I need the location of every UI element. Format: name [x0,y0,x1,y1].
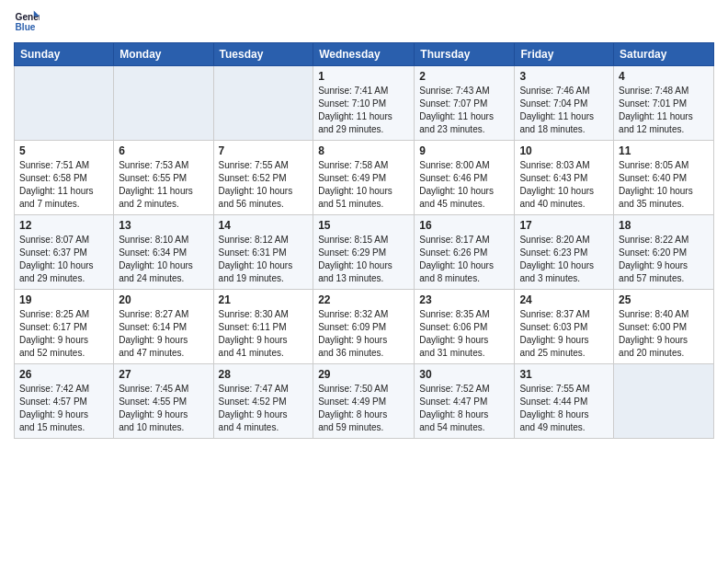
day-cell: 16Sunrise: 8:17 AM Sunset: 6:26 PM Dayli… [415,215,515,290]
day-info: Sunrise: 7:50 AM Sunset: 4:49 PM Dayligh… [318,383,409,434]
day-cell: 30Sunrise: 7:52 AM Sunset: 4:47 PM Dayli… [415,364,515,439]
day-info: Sunrise: 7:53 AM Sunset: 6:55 PM Dayligh… [119,159,208,211]
day-number: 21 [219,293,309,306]
day-info: Sunrise: 8:25 AM Sunset: 6:17 PM Dayligh… [19,308,108,360]
day-cell: 2Sunrise: 7:43 AM Sunset: 7:07 PM Daylig… [415,66,515,141]
day-number: 20 [119,293,208,306]
day-number: 28 [219,368,309,381]
day-number: 7 [219,144,309,157]
day-cell: 4Sunrise: 7:48 AM Sunset: 7:01 PM Daylig… [614,66,714,141]
weekday-header-tuesday: Tuesday [213,43,313,66]
day-cell: 31Sunrise: 7:55 AM Sunset: 4:44 PM Dayli… [515,364,614,439]
day-cell [15,66,114,141]
day-info: Sunrise: 8:35 AM Sunset: 6:06 PM Dayligh… [419,308,509,360]
day-number: 27 [119,368,208,381]
day-info: Sunrise: 7:41 AM Sunset: 7:10 PM Dayligh… [318,85,409,136]
day-number: 25 [619,293,709,306]
day-cell [114,66,213,141]
day-number: 10 [519,144,609,157]
day-cell: 8Sunrise: 7:58 AM Sunset: 6:49 PM Daylig… [313,141,415,215]
weekday-header-sunday: Sunday [15,43,114,66]
day-number: 23 [419,293,509,306]
day-number: 11 [619,144,709,157]
day-number: 13 [119,219,208,232]
day-info: Sunrise: 7:42 AM Sunset: 4:57 PM Dayligh… [19,383,108,434]
weekday-header-wednesday: Wednesday [313,43,415,66]
day-cell: 20Sunrise: 8:27 AM Sunset: 6:14 PM Dayli… [114,290,213,364]
day-cell: 1Sunrise: 7:41 AM Sunset: 7:10 PM Daylig… [313,66,415,141]
day-cell: 9Sunrise: 8:00 AM Sunset: 6:46 PM Daylig… [415,141,515,215]
day-cell: 17Sunrise: 8:20 AM Sunset: 6:23 PM Dayli… [515,215,614,290]
day-cell: 28Sunrise: 7:47 AM Sunset: 4:52 PM Dayli… [213,364,313,439]
day-cell: 13Sunrise: 8:10 AM Sunset: 6:34 PM Dayli… [114,215,213,290]
day-cell: 3Sunrise: 7:46 AM Sunset: 7:04 PM Daylig… [515,66,614,141]
day-number: 16 [419,219,509,232]
day-info: Sunrise: 7:47 AM Sunset: 4:52 PM Dayligh… [219,383,309,434]
day-number: 4 [619,70,709,83]
day-cell: 22Sunrise: 8:32 AM Sunset: 6:09 PM Dayli… [313,290,415,364]
week-row-1: 1Sunrise: 7:41 AM Sunset: 7:10 PM Daylig… [15,66,714,141]
day-number: 5 [19,144,108,157]
day-info: Sunrise: 8:17 AM Sunset: 6:26 PM Dayligh… [419,234,509,285]
day-number: 29 [318,368,409,381]
day-info: Sunrise: 7:55 AM Sunset: 6:52 PM Dayligh… [219,159,309,211]
day-cell: 26Sunrise: 7:42 AM Sunset: 4:57 PM Dayli… [15,364,114,439]
day-cell: 10Sunrise: 8:03 AM Sunset: 6:43 PM Dayli… [515,141,614,215]
day-cell: 27Sunrise: 7:45 AM Sunset: 4:55 PM Dayli… [114,364,213,439]
weekday-header-saturday: Saturday [614,43,714,66]
day-info: Sunrise: 8:05 AM Sunset: 6:40 PM Dayligh… [619,159,709,211]
day-info: Sunrise: 8:10 AM Sunset: 6:34 PM Dayligh… [119,234,208,285]
day-info: Sunrise: 8:40 AM Sunset: 6:00 PM Dayligh… [619,308,709,360]
weekday-header-thursday: Thursday [415,43,515,66]
day-number: 17 [519,219,609,232]
day-cell: 23Sunrise: 8:35 AM Sunset: 6:06 PM Dayli… [415,290,515,364]
day-cell: 15Sunrise: 8:15 AM Sunset: 6:29 PM Dayli… [313,215,415,290]
day-cell: 12Sunrise: 8:07 AM Sunset: 6:37 PM Dayli… [15,215,114,290]
day-number: 6 [119,144,208,157]
day-info: Sunrise: 7:52 AM Sunset: 4:47 PM Dayligh… [419,383,509,434]
week-row-3: 12Sunrise: 8:07 AM Sunset: 6:37 PM Dayli… [15,215,714,290]
day-info: Sunrise: 8:00 AM Sunset: 6:46 PM Dayligh… [419,159,509,211]
day-cell [213,66,313,141]
day-info: Sunrise: 8:12 AM Sunset: 6:31 PM Dayligh… [219,234,309,285]
day-cell: 14Sunrise: 8:12 AM Sunset: 6:31 PM Dayli… [213,215,313,290]
day-number: 15 [318,219,409,232]
day-info: Sunrise: 8:37 AM Sunset: 6:03 PM Dayligh… [519,308,609,360]
day-info: Sunrise: 7:43 AM Sunset: 7:07 PM Dayligh… [419,85,509,136]
day-cell: 24Sunrise: 8:37 AM Sunset: 6:03 PM Dayli… [515,290,614,364]
day-number: 12 [19,219,108,232]
day-info: Sunrise: 8:03 AM Sunset: 6:43 PM Dayligh… [519,159,609,211]
day-info: Sunrise: 8:07 AM Sunset: 6:37 PM Dayligh… [19,234,108,285]
day-cell: 25Sunrise: 8:40 AM Sunset: 6:00 PM Dayli… [614,290,714,364]
day-cell: 29Sunrise: 7:50 AM Sunset: 4:49 PM Dayli… [313,364,415,439]
day-number: 22 [318,293,409,306]
day-info: Sunrise: 8:27 AM Sunset: 6:14 PM Dayligh… [119,308,208,360]
day-cell: 19Sunrise: 8:25 AM Sunset: 6:17 PM Dayli… [15,290,114,364]
week-row-5: 26Sunrise: 7:42 AM Sunset: 4:57 PM Dayli… [15,364,714,439]
day-cell: 18Sunrise: 8:22 AM Sunset: 6:20 PM Dayli… [614,215,714,290]
day-info: Sunrise: 8:22 AM Sunset: 6:20 PM Dayligh… [619,234,709,285]
day-info: Sunrise: 7:58 AM Sunset: 6:49 PM Dayligh… [318,159,409,211]
svg-text:Blue: Blue [16,22,36,32]
day-info: Sunrise: 7:46 AM Sunset: 7:04 PM Dayligh… [519,85,609,136]
day-number: 3 [519,70,609,83]
day-cell: 6Sunrise: 7:53 AM Sunset: 6:55 PM Daylig… [114,141,213,215]
day-info: Sunrise: 7:55 AM Sunset: 4:44 PM Dayligh… [519,383,609,434]
header: General Blue [14,9,714,35]
calendar: SundayMondayTuesdayWednesdayThursdayFrid… [14,42,714,439]
day-cell: 5Sunrise: 7:51 AM Sunset: 6:58 PM Daylig… [15,141,114,215]
day-number: 19 [19,293,108,306]
day-number: 30 [419,368,509,381]
day-info: Sunrise: 7:45 AM Sunset: 4:55 PM Dayligh… [119,383,208,434]
day-number: 8 [318,144,409,157]
day-number: 2 [419,70,509,83]
week-row-4: 19Sunrise: 8:25 AM Sunset: 6:17 PM Dayli… [15,290,714,364]
weekday-header-friday: Friday [515,43,614,66]
day-cell: 11Sunrise: 8:05 AM Sunset: 6:40 PM Dayli… [614,141,714,215]
day-info: Sunrise: 8:20 AM Sunset: 6:23 PM Dayligh… [519,234,609,285]
day-number: 26 [19,368,108,381]
day-number: 9 [419,144,509,157]
day-number: 31 [519,368,609,381]
day-number: 18 [619,219,709,232]
weekday-header-monday: Monday [114,43,213,66]
